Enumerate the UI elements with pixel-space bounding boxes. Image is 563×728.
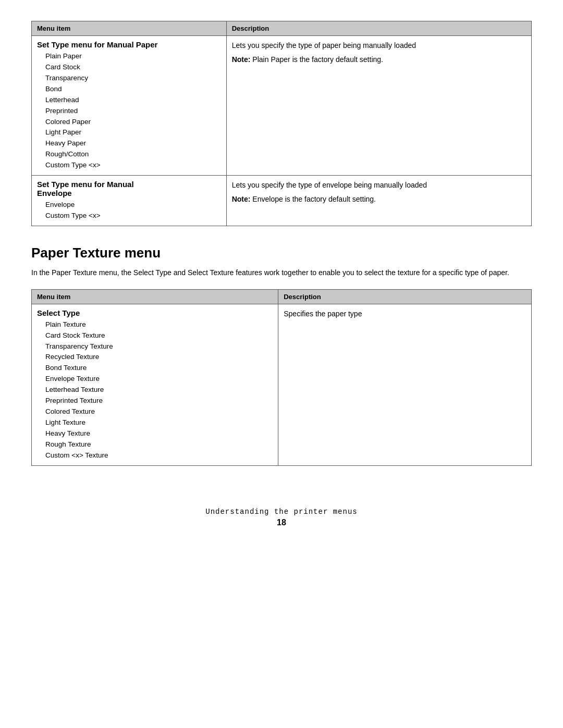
list-item: Light Texture <box>45 417 273 428</box>
list-item: Envelope Texture <box>45 374 273 385</box>
desc-text: Lets you specify the type of envelope be… <box>232 180 526 191</box>
desc-text: Specifies the paper type <box>284 309 526 319</box>
list-item: Envelope <box>45 200 221 211</box>
list-item: Card Stock Texture <box>45 330 273 341</box>
list-item: Custom Type <x> <box>45 160 221 171</box>
table2-row-0-menu: Select TypePlain TextureCard Stock Textu… <box>32 304 278 465</box>
desc-note: Note: Envelope is the factory default se… <box>232 194 526 205</box>
list-item: Colored Paper <box>45 117 221 128</box>
section-title: Paper Texture menu <box>31 245 532 261</box>
list-item: Recycled Texture <box>45 352 273 363</box>
table1-col2-header: Description <box>226 21 531 36</box>
list-item: Bond <box>45 84 221 95</box>
table1-row-1-desc: Lets you specify the type of envelope be… <box>226 176 531 226</box>
table1-row-1-menu: Set Type menu for ManualEnvelopeEnvelope… <box>32 176 227 226</box>
list-item: Card Stock <box>45 62 221 73</box>
list-item: Plain Texture <box>45 319 273 330</box>
list-item: Custom Type <x> <box>45 211 221 221</box>
list-item: Preprinted Texture <box>45 396 273 406</box>
table2-row-0-subitems: Plain TextureCard Stock TextureTranspare… <box>45 319 273 461</box>
list-item: Bond Texture <box>45 363 273 374</box>
list-item: Transparency <box>45 73 221 84</box>
table1-row-1-subitems: EnvelopeCustom Type <x> <box>45 200 221 221</box>
footer-text: Understanding the printer menus <box>31 508 532 516</box>
list-item: Plain Paper <box>45 51 221 62</box>
table1-row-0-header: Set Type menu for Manual Paper <box>37 40 221 49</box>
list-item: Rough/Cotton <box>45 149 221 160</box>
list-item: Custom <x> Texture <box>45 450 273 461</box>
footer: Understanding the printer menus 18 <box>31 508 532 527</box>
list-item: Preprinted <box>45 106 221 117</box>
list-item: Heavy Texture <box>45 428 273 439</box>
manual-paper-table: Menu item Description Set Type menu for … <box>31 21 532 226</box>
texture-table-section: Menu item Description Select TypePlain T… <box>31 289 532 466</box>
list-item: Letterhead <box>45 95 221 106</box>
table2-row-0-header: Select Type <box>37 309 273 317</box>
list-item: Transparency Texture <box>45 341 273 352</box>
desc-text: Lets you specify the type of paper being… <box>232 40 526 51</box>
table2-row-0-desc: Specifies the paper type <box>278 304 532 465</box>
table1-row-0-subitems: Plain PaperCard StockTransparencyBondLet… <box>45 51 221 171</box>
list-item: Letterhead Texture <box>45 385 273 396</box>
list-item: Heavy Paper <box>45 138 221 149</box>
paper-texture-table: Menu item Description Select TypePlain T… <box>31 289 532 466</box>
table1-row-0-desc: Lets you specify the type of paper being… <box>226 36 531 176</box>
table2-col1-header: Menu item <box>32 289 278 304</box>
table2-col2-header: Description <box>278 289 532 304</box>
table1-row-0-menu: Set Type menu for Manual PaperPlain Pape… <box>32 36 227 176</box>
list-item: Colored Texture <box>45 406 273 417</box>
list-item: Light Paper <box>45 127 221 138</box>
footer-page: 18 <box>31 518 532 527</box>
table1-row-1-header: Set Type menu for ManualEnvelope <box>37 180 221 198</box>
desc-note: Note: Plain Paper is the factory default… <box>232 54 526 65</box>
table1-col1-header: Menu item <box>32 21 227 36</box>
list-item: Rough Texture <box>45 439 273 450</box>
section-intro: In the Paper Texture menu, the Select Ty… <box>31 267 532 279</box>
top-table-section: Menu item Description Set Type menu for … <box>31 21 532 226</box>
